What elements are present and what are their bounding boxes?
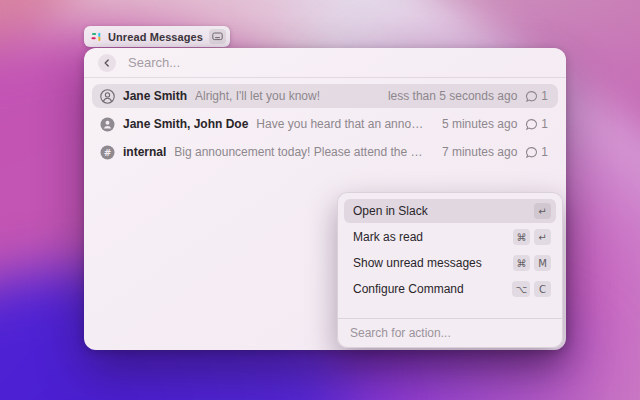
return-key-icon: ↵: [534, 203, 551, 219]
reply-count-badge: 1: [525, 145, 548, 159]
reply-count-badge: 1: [525, 117, 548, 131]
chevron-left-icon: [103, 59, 111, 67]
reply-count: 1: [541, 145, 548, 159]
action-panel: Open in Slack ↵ Mark as read ⌘ ↵ Show un…: [337, 192, 563, 348]
back-button[interactable]: [98, 54, 116, 72]
person-avatar-icon: [100, 89, 115, 104]
slack-icon: [91, 31, 102, 42]
shortcut-keys: ⌥ C: [512, 281, 551, 297]
action-label: Configure Command: [353, 282, 512, 296]
message-time: less than 5 seconds ago: [388, 89, 517, 103]
action-label: Show unread messages: [353, 256, 513, 270]
record-hotkey-button[interactable]: [209, 29, 226, 44]
reply-count: 1: [541, 117, 548, 131]
shortcut-keys: ⌘ ↵: [513, 229, 551, 245]
search-bar: Search...: [84, 48, 566, 78]
panel-spacer: [338, 303, 562, 318]
message-row-group-dm[interactable]: Jane Smith, John Doe Have you heard that…: [92, 112, 558, 136]
message-preview: Alright, I'll let you know!: [195, 89, 372, 103]
breadcrumb[interactable]: Unread Messages: [84, 26, 230, 47]
search-input[interactable]: Search...: [128, 55, 180, 70]
shortcut-keys: ⌘ M: [513, 255, 551, 271]
chat-bubble-icon: [525, 146, 538, 159]
c-key: C: [534, 281, 551, 297]
action-show-unread-messages[interactable]: Show unread messages ⌘ M: [344, 251, 556, 275]
message-sender: Jane Smith: [123, 89, 187, 103]
action-search-input[interactable]: Search for action...: [350, 326, 451, 340]
reply-count-badge: 1: [525, 89, 548, 103]
command-key-icon: ⌘: [513, 255, 530, 271]
chat-bubble-icon: [525, 118, 538, 131]
message-row-internal-channel[interactable]: # internal Big announcement today! Pleas…: [92, 140, 558, 164]
message-time: 7 minutes ago: [442, 145, 517, 159]
message-list: Jane Smith Alright, I'll let you know! l…: [84, 78, 566, 164]
breadcrumb-label: Unread Messages: [108, 31, 203, 43]
shortcut-keys: ↵: [534, 203, 551, 219]
svg-text:#: #: [104, 147, 112, 157]
message-sender: Jane Smith, John Doe: [123, 117, 248, 131]
action-list: Open in Slack ↵ Mark as read ⌘ ↵ Show un…: [338, 193, 562, 303]
action-open-in-slack[interactable]: Open in Slack ↵: [344, 199, 556, 223]
action-label: Open in Slack: [353, 204, 534, 218]
command-key-icon: ⌘: [513, 229, 530, 245]
option-key-icon: ⌥: [512, 281, 530, 297]
message-preview: Big announcement today! Please attend th…: [174, 145, 426, 159]
message-sender: internal: [123, 145, 166, 159]
return-key-icon: ↵: [534, 229, 551, 245]
m-key: M: [534, 255, 551, 271]
message-time: 5 minutes ago: [442, 117, 517, 131]
message-preview: Have you heard that an announcement is c…: [256, 117, 426, 131]
message-row-jane-smith[interactable]: Jane Smith Alright, I'll let you know! l…: [92, 84, 558, 108]
chat-bubble-icon: [525, 90, 538, 103]
action-mark-as-read[interactable]: Mark as read ⌘ ↵: [344, 225, 556, 249]
group-dm-icon: [100, 117, 115, 132]
keyboard-icon: [212, 32, 223, 41]
action-configure-command[interactable]: Configure Command ⌥ C: [344, 277, 556, 301]
action-search-bar: Search for action...: [338, 318, 562, 347]
reply-count: 1: [541, 89, 548, 103]
action-label: Mark as read: [353, 230, 513, 244]
channel-hash-icon: #: [100, 145, 115, 160]
desktop: Unread Messages Search...: [0, 0, 640, 400]
